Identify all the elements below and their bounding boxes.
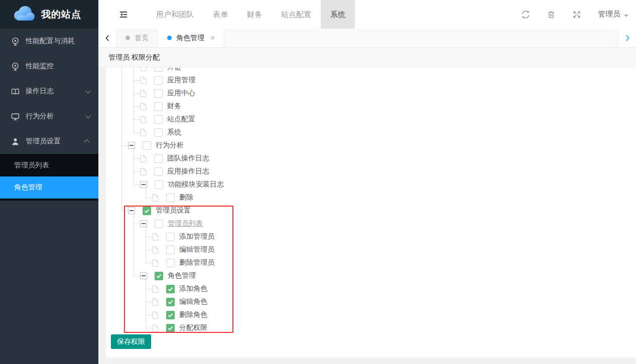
tree-checkbox[interactable] — [154, 102, 163, 111]
tree-node-label[interactable]: 删除 — [179, 193, 193, 202]
tree-checkbox[interactable] — [155, 220, 163, 228]
tree-node-label[interactable]: 编辑角色 — [179, 297, 207, 306]
tree-node: 功能模块安装日志 — [106, 178, 636, 191]
tree-expander-icon[interactable] — [128, 207, 135, 214]
tree-checkbox[interactable] — [166, 246, 175, 254]
tree-connector — [146, 302, 152, 302]
tree-expander-icon[interactable] — [140, 181, 147, 188]
tab-bar: 首页角色管理× — [98, 29, 636, 48]
tree-checkbox[interactable] — [154, 128, 163, 137]
tree-node: 编辑角色 — [106, 295, 636, 308]
tree-connector — [134, 185, 140, 185]
tree-checkbox[interactable] — [143, 207, 151, 215]
tab-scroll-right-button[interactable] — [618, 29, 636, 47]
tree-node-label[interactable]: 管理员设置 — [156, 206, 191, 215]
tree-node-label[interactable]: 团队操作日志 — [167, 154, 209, 163]
tree-checkbox[interactable] — [166, 233, 175, 241]
user-icon — [11, 137, 20, 146]
file-icon — [140, 116, 147, 123]
sidebar-item-label: 性能监控 — [26, 62, 89, 71]
tree-checkbox[interactable] — [166, 324, 175, 332]
sidebar-item-2[interactable]: 性能监控 — [0, 54, 98, 79]
user-menu[interactable]: 管理员 — [598, 10, 628, 19]
tree-node-label[interactable]: 管理员列表 — [168, 219, 203, 228]
tree-node-label[interactable]: 编辑管理员 — [179, 245, 214, 254]
sidebar-item-4[interactable]: 行为分析 — [0, 104, 98, 129]
sidebar-item-3[interactable]: 操作日志 — [0, 79, 98, 104]
tree-node-label[interactable]: 角色管理 — [168, 271, 196, 280]
sidebar-item-5[interactable]: 管理员设置 — [0, 129, 98, 154]
sidebar-subitem[interactable]: 角色管理 — [0, 176, 98, 199]
sidebar-item-label: 行为分析 — [26, 112, 79, 121]
monitor-icon — [11, 112, 20, 121]
tree-node-label[interactable]: 添加管理员 — [179, 232, 214, 241]
nav-item-5[interactable]: 系统 — [321, 0, 355, 29]
app-logo[interactable]: 我的站点 — [0, 0, 98, 29]
user-name: 管理员 — [598, 10, 620, 19]
tree-connector — [134, 149, 134, 185]
sidebar-subitem[interactable]: 管理员列表 — [0, 154, 98, 176]
file-icon — [152, 194, 159, 202]
tree-checkbox[interactable] — [166, 194, 175, 202]
tree-node-label[interactable]: 站点配置 — [167, 115, 195, 124]
tree-checkbox[interactable] — [166, 259, 175, 267]
tree-node-label[interactable]: 删除管理员 — [179, 258, 214, 267]
tree-node: 管理员列表 — [106, 217, 636, 230]
trash-icon[interactable] — [547, 10, 556, 19]
tree-node-label[interactable]: 应用操作日志 — [167, 167, 209, 176]
chevron-down-icon — [624, 10, 628, 19]
tree-connector — [134, 158, 140, 159]
tree-expander-icon[interactable] — [128, 142, 135, 149]
tree-node-label[interactable]: 分配权限 — [179, 323, 207, 332]
tree-node: 角色管理 — [106, 269, 636, 282]
tree-checkbox[interactable] — [166, 311, 175, 319]
tree-node-label[interactable]: 功能模块安装日志 — [168, 180, 224, 189]
tree-node-label[interactable]: 应用管理 — [167, 76, 195, 85]
tree-checkbox[interactable] — [166, 298, 175, 306]
tree-checkbox[interactable] — [154, 115, 163, 124]
tree-checkbox[interactable] — [155, 272, 163, 280]
file-icon — [152, 246, 159, 254]
tree-connector — [146, 188, 146, 198]
tab-dot-icon — [167, 36, 172, 40]
tree-checkbox[interactable] — [143, 141, 151, 150]
tree-expander-icon[interactable] — [140, 272, 147, 279]
sidebar-item-1[interactable]: 性能配置与消耗 — [0, 29, 98, 54]
tree-node-label[interactable]: 添加角色 — [179, 284, 207, 293]
tree-node-label[interactable]: 应用中心 — [167, 89, 195, 98]
tab-dot-icon — [125, 36, 130, 40]
fullscreen-icon[interactable] — [572, 10, 581, 19]
tree-connector — [121, 211, 128, 211]
tab-scroll-left-button[interactable] — [98, 29, 116, 47]
close-icon[interactable]: × — [210, 34, 215, 42]
refresh-icon[interactable] — [521, 10, 530, 19]
nav-item-1[interactable]: 用户和团队 — [147, 0, 203, 29]
nav-item-4[interactable]: 站点配置 — [272, 0, 321, 29]
tree-node: 财务 — [106, 100, 636, 113]
tree-checkbox[interactable] — [155, 180, 163, 189]
tree-checkbox[interactable] — [154, 167, 163, 176]
tab-1[interactable]: 首页 — [116, 29, 158, 47]
nav-item-3[interactable]: 财务 — [237, 0, 272, 29]
tree-node-label[interactable]: 财务 — [167, 102, 181, 111]
tree-node-label[interactable]: 行为分析 — [156, 141, 184, 150]
tree-node-label[interactable]: 外链 — [167, 68, 181, 72]
file-icon — [152, 233, 159, 241]
header-actions: 管理员 — [521, 0, 628, 29]
tree-checkbox[interactable] — [154, 68, 163, 72]
collapse-menu-icon[interactable] — [118, 10, 129, 20]
tree-node-label[interactable]: 系统 — [167, 128, 181, 137]
tree-checkbox[interactable] — [154, 89, 163, 98]
tab-2[interactable]: 角色管理× — [158, 29, 224, 47]
tree-node: 应用操作日志 — [106, 165, 636, 178]
save-permissions-button[interactable]: 保存权限 — [111, 334, 151, 349]
tree-checkbox[interactable] — [154, 76, 163, 85]
tree-connector — [134, 80, 140, 81]
sidebar-item-label: 管理员设置 — [26, 137, 79, 146]
tree-checkbox[interactable] — [154, 154, 163, 163]
tree-expander-icon[interactable] — [140, 220, 147, 227]
tree-node-label[interactable]: 删除角色 — [179, 310, 207, 319]
nav-item-2[interactable]: 表单 — [203, 0, 237, 29]
tree-connector — [134, 106, 140, 107]
tree-checkbox[interactable] — [166, 285, 175, 293]
